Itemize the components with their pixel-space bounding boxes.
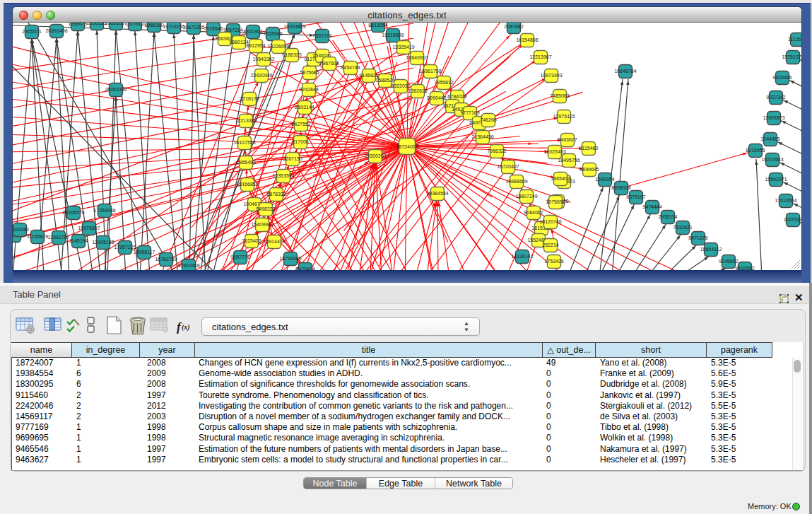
svg-text:1965403: 1965403 (551, 176, 570, 181)
svg-text:1753426: 1753426 (544, 259, 563, 264)
svg-text:9115460: 9115460 (579, 146, 599, 151)
svg-text:8990448: 8990448 (427, 95, 446, 100)
svg-text:9227342: 9227342 (766, 95, 785, 100)
svg-text:10975857: 10975857 (78, 226, 100, 230)
svg-text:16648784: 16648784 (614, 69, 636, 74)
svg-text:9699695: 9699695 (579, 167, 599, 172)
svg-text:16210643: 16210643 (761, 157, 783, 162)
svg-text:19384554: 19384554 (426, 191, 448, 196)
svg-text:8186323: 8186323 (282, 52, 301, 57)
svg-text:2718176: 2718176 (240, 96, 259, 101)
svg-text:5322037: 5322037 (391, 83, 410, 88)
svg-text:16120746: 16120746 (539, 219, 561, 224)
svg-text:13325419: 13325419 (392, 45, 414, 49)
svg-text:10671355: 10671355 (182, 25, 204, 30)
svg-text:17957225: 17957225 (114, 245, 136, 250)
svg-text:10653287: 10653287 (105, 23, 126, 25)
svg-text:20206576: 20206576 (62, 210, 84, 215)
svg-text:7955812: 7955812 (434, 80, 453, 85)
svg-text:14914479: 14914479 (263, 239, 285, 244)
svg-text:8427552: 8427552 (291, 122, 310, 127)
svg-text:7625402: 7625402 (242, 238, 261, 243)
svg-text:1075692: 1075692 (546, 199, 565, 204)
svg-text:10958117: 10958117 (134, 250, 155, 255)
svg-text:14136141: 14136141 (511, 254, 533, 259)
svg-text:8321904: 8321904 (243, 29, 262, 34)
svg-text:9146821: 9146821 (359, 73, 378, 78)
svg-text:2803144: 2803144 (295, 105, 314, 110)
svg-text:8215955: 8215955 (746, 148, 765, 153)
svg-text:8938928: 8938928 (611, 185, 630, 190)
svg-text:7986322: 7986322 (487, 148, 506, 153)
svg-text:8498222: 8498222 (256, 206, 275, 211)
svg-text:19218506: 19218506 (382, 33, 404, 37)
svg-text:817006: 817006 (292, 139, 308, 144)
svg-text:11156829: 11156829 (27, 234, 48, 239)
svg-text:6966160: 6966160 (144, 23, 163, 28)
svg-text:1640954: 1640954 (595, 177, 614, 182)
svg-text:1112674: 1112674 (788, 37, 801, 42)
svg-text:2100553: 2100553 (87, 23, 106, 25)
svg-text:1244415: 1244415 (760, 136, 779, 141)
svg-text:(x): (x) (182, 323, 190, 332)
svg-text:5875685: 5875685 (300, 70, 319, 75)
svg-text:10719155: 10719155 (163, 24, 184, 29)
svg-text:25300203: 25300203 (364, 153, 386, 158)
svg-text:26053346: 26053346 (105, 87, 126, 92)
svg-text:18495756: 18495756 (558, 158, 579, 163)
svg-text:17359936: 17359936 (93, 208, 115, 213)
svg-text:9245652: 9245652 (719, 259, 738, 264)
svg-text:2935114: 2935114 (659, 214, 678, 219)
svg-text:746266: 746266 (480, 117, 496, 122)
svg-text:13226058: 13226058 (267, 44, 289, 49)
svg-text:9474444: 9474444 (642, 204, 661, 209)
svg-text:21364436: 21364436 (471, 134, 493, 139)
svg-text:8912954: 8912954 (246, 43, 265, 48)
svg-text:16782759: 16782759 (155, 257, 177, 262)
svg-text:1643081: 1643081 (13, 227, 30, 232)
svg-text:15692971: 15692971 (765, 177, 787, 182)
svg-text:2305571: 2305571 (22, 29, 41, 34)
svg-text:23420046: 23420046 (250, 73, 272, 78)
svg-text:19543362: 19543362 (252, 57, 274, 62)
svg-text:16154808: 16154808 (516, 37, 538, 42)
svg-text:17016504: 17016504 (775, 198, 796, 203)
svg-text:2967608: 2967608 (319, 61, 339, 66)
svg-text:2087682: 2087682 (504, 24, 523, 29)
svg-text:12905185: 12905185 (92, 240, 114, 245)
svg-text:6379197: 6379197 (626, 194, 645, 199)
svg-text:1145194: 1145194 (69, 238, 88, 243)
svg-text:8813054: 8813054 (368, 23, 387, 28)
svg-text:1527602: 1527602 (125, 23, 144, 26)
svg-text:9084067: 9084067 (524, 210, 543, 215)
svg-text:10654112: 10654112 (700, 247, 722, 252)
svg-text:19166852: 19166852 (236, 182, 258, 187)
svg-text:16107553: 16107553 (233, 140, 255, 145)
svg-text:252214: 252214 (542, 243, 558, 247)
svg-text:1167534: 1167534 (784, 217, 801, 222)
svg-text:7357274: 7357274 (312, 33, 331, 38)
svg-text:12975115: 12975115 (553, 114, 575, 119)
svg-text:12353594: 12353594 (272, 173, 294, 178)
svg-text:12213967: 12213967 (529, 54, 551, 59)
svg-text:7485063: 7485063 (550, 93, 569, 98)
svg-text:18724007: 18724007 (396, 144, 418, 149)
svg-text:10688609: 10688609 (505, 179, 527, 184)
svg-text:7632621: 7632621 (673, 225, 692, 230)
svg-text:12093873: 12093873 (763, 115, 784, 120)
svg-text:1896679: 1896679 (68, 23, 87, 26)
svg-text:5878332: 5878332 (266, 192, 286, 197)
svg-text:8471676: 8471676 (688, 235, 707, 240)
svg-text:9463627: 9463627 (558, 137, 577, 142)
svg-text:15409948: 15409948 (251, 222, 273, 227)
svg-text:9329966: 9329966 (772, 75, 792, 80)
svg-text:8454749: 8454749 (341, 65, 360, 70)
svg-text:9657771: 9657771 (230, 255, 249, 259)
svg-text:15720407: 15720407 (497, 164, 519, 169)
svg-text:9777169: 9777169 (460, 110, 479, 115)
svg-text:3267130: 3267130 (283, 156, 302, 161)
svg-text:16961758: 16961758 (419, 69, 441, 74)
svg-text:15716485: 15716485 (279, 256, 301, 261)
svg-text:6794028: 6794028 (447, 94, 466, 99)
svg-text:10973493: 10973493 (540, 73, 562, 78)
